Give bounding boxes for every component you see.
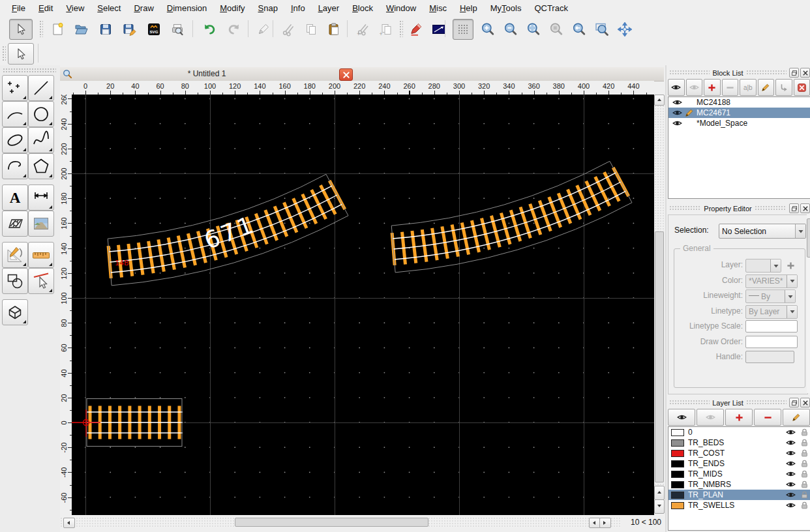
spline-tool-button[interactable] — [28, 127, 54, 153]
property-editor-scrollbar[interactable] — [807, 214, 810, 393]
scroll-left-button[interactable] — [63, 518, 75, 528]
layer-row[interactable]: TR_BEDS — [668, 437, 810, 448]
draworder-input[interactable] — [745, 336, 798, 348]
edit-block-button[interactable] — [758, 79, 775, 96]
eye-icon[interactable] — [783, 460, 798, 467]
menu-select[interactable]: Select — [91, 0, 127, 16]
line-settings-button[interactable] — [428, 19, 449, 40]
pencil-icon[interactable] — [683, 108, 695, 117]
layer-color-swatch[interactable] — [671, 460, 684, 467]
zoom-window-button[interactable] — [592, 19, 612, 40]
draw-tools-tool-button[interactable] — [2, 242, 28, 268]
drawing-canvas[interactable]: 67114B — [72, 95, 654, 515]
modify-layer-button[interactable] — [783, 409, 810, 426]
close-panel-button[interactable] — [800, 203, 810, 213]
print-preview-button[interactable] — [167, 19, 188, 40]
lock-icon[interactable] — [798, 480, 810, 488]
select-entity-tool-button[interactable] — [28, 268, 54, 294]
menu-help[interactable]: Help — [453, 0, 484, 16]
layer-color-swatch[interactable] — [671, 439, 684, 447]
eye-icon[interactable] — [783, 450, 798, 456]
menu-window[interactable]: Window — [380, 0, 423, 16]
menu-snap[interactable]: Snap — [252, 0, 284, 16]
circle-tool-button[interactable] — [28, 101, 54, 127]
copy-reference-button[interactable]: + — [375, 19, 396, 40]
eye-icon[interactable] — [783, 471, 798, 477]
select-button[interactable] — [9, 19, 33, 40]
layer-color-swatch[interactable] — [671, 450, 684, 457]
linetypescale-input[interactable] — [745, 320, 798, 332]
ellipse-tool-button[interactable] — [2, 127, 28, 153]
lock-icon[interactable] — [798, 501, 810, 509]
add-block-button[interactable] — [704, 79, 721, 96]
menu-file[interactable]: File — [5, 0, 32, 16]
cut-button[interactable] — [278, 19, 299, 40]
lock-icon[interactable] — [798, 460, 810, 467]
hatch-tool-button[interactable] — [2, 211, 28, 237]
export-svg-button[interactable]: SVG — [143, 19, 164, 40]
zoom-in-button[interactable] — [477, 19, 498, 40]
line-tool-button[interactable] — [28, 75, 54, 101]
layer-color-swatch[interactable] — [671, 492, 684, 499]
points-tool-button[interactable] — [2, 75, 28, 101]
menu-dimension[interactable]: Dimension — [160, 0, 213, 16]
lock-icon[interactable] — [798, 470, 810, 478]
menu-modify[interactable]: Modify — [213, 0, 251, 16]
layer-row[interactable]: TR_COST — [668, 448, 810, 458]
save-as-button[interactable] — [119, 19, 140, 40]
zoom-previous-button[interactable] — [546, 19, 567, 40]
lock-icon[interactable] — [798, 428, 810, 436]
eye-icon[interactable] — [783, 502, 798, 509]
float-panel-button[interactable] — [789, 398, 799, 407]
scrollbar-thumb[interactable] — [655, 231, 664, 482]
float-panel-button[interactable] — [789, 68, 799, 78]
block-row[interactable]: MC24671 — [668, 108, 810, 118]
menu-edit[interactable]: Edit — [32, 0, 59, 16]
scroll-up-button[interactable] — [654, 486, 665, 500]
scroll-up-button[interactable] — [654, 95, 665, 106]
new-document-button[interactable] — [47, 19, 68, 40]
erase-button[interactable] — [253, 19, 274, 40]
add-layer-attribute-button[interactable] — [785, 260, 796, 271]
eye-icon[interactable] — [672, 99, 682, 106]
text-tool-button[interactable]: A — [2, 185, 28, 211]
menu-block[interactable]: Block — [346, 0, 380, 16]
menu-draw[interactable]: Draw — [127, 0, 160, 16]
cut-reference-button[interactable]: + — [352, 19, 373, 40]
palette-drag-handle[interactable] — [3, 68, 56, 72]
toolbar-drag-handle[interactable] — [2, 46, 6, 61]
eye-icon[interactable] — [783, 481, 798, 488]
eye-icon[interactable] — [783, 492, 798, 498]
polygon-tool-button[interactable] — [28, 153, 54, 179]
lock-icon[interactable] — [798, 449, 810, 457]
layer-color-swatch[interactable] — [671, 481, 684, 488]
horizontal-scrollbar[interactable] — [60, 517, 621, 527]
menu-view[interactable]: View — [59, 0, 91, 16]
show-all-layers-button[interactable] — [668, 409, 695, 426]
modify-tool-button[interactable] — [2, 268, 28, 294]
insert-block-button[interactable] — [775, 79, 792, 96]
zoom-redraw-button[interactable] — [569, 19, 590, 40]
solid-3d-tool-button[interactable] — [2, 299, 28, 325]
layer-color-swatch[interactable] — [671, 502, 684, 509]
layer-row[interactable]: TR_MIDS — [668, 469, 810, 479]
add-layer-button[interactable] — [725, 409, 753, 426]
layer-color-swatch[interactable] — [671, 471, 684, 478]
layer-row[interactable]: TR_PLAN — [668, 490, 810, 500]
scrollbar-thumb[interactable] — [807, 218, 810, 258]
select-tool-button[interactable] — [8, 43, 34, 65]
scrollbar-thumb[interactable] — [235, 518, 428, 527]
lock-icon[interactable] — [798, 491, 810, 499]
polyline-tool-button[interactable] — [2, 153, 28, 179]
menu-layer[interactable]: Layer — [312, 0, 346, 16]
copy-button[interactable] — [301, 19, 322, 40]
redo-button[interactable] — [224, 19, 245, 40]
measure-tool-button[interactable] — [28, 242, 54, 268]
scroll-down-button[interactable] — [654, 499, 665, 514]
image-tool-button[interactable] — [28, 211, 54, 237]
close-panel-button[interactable] — [800, 68, 810, 78]
lock-icon[interactable] — [798, 439, 810, 447]
menu-mytools[interactable]: MyTools — [484, 0, 528, 16]
zoom-pan-button[interactable] — [614, 19, 635, 40]
layer-row[interactable]: TR_ENDS — [668, 458, 810, 469]
